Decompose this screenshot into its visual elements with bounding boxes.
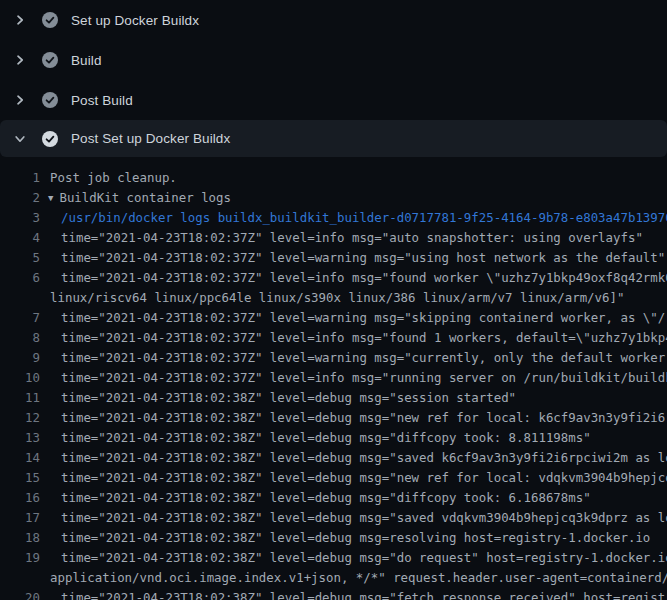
log-text: ▼time="2021-04-23T18:02:38Z" level=debug…: [40, 508, 667, 528]
steps-list: Set up Docker Buildx Build: [0, 0, 667, 157]
line-number[interactable]: 13: [0, 428, 40, 448]
step-section-set-up-docker-buildx[interactable]: Set up Docker Buildx: [0, 0, 667, 40]
log-text: ▼time="2021-04-23T18:02:38Z" level=debug…: [40, 468, 667, 488]
line-number[interactable]: 14: [0, 448, 40, 468]
chevron-down-icon: [14, 134, 26, 144]
line-number[interactable]: 7: [0, 308, 40, 328]
chevron-right-icon: [15, 14, 25, 26]
step-success-icon: [42, 12, 58, 28]
log-text: ▼time="2021-04-23T18:02:37Z" level=warni…: [40, 308, 667, 328]
line-number[interactable]: 10: [0, 368, 40, 388]
log-text: ▼time="2021-04-23T18:02:38Z" level=debug…: [40, 428, 667, 448]
line-number[interactable]: 20: [0, 588, 40, 600]
log-line: 4 ▼time="2021-04-23T18:02:37Z" level=inf…: [0, 228, 667, 248]
log-line: 16 ▼time="2021-04-23T18:02:38Z" level=de…: [0, 488, 667, 508]
line-number[interactable]: 3: [0, 208, 40, 228]
log-line: 5 ▼time="2021-04-23T18:02:37Z" level=war…: [0, 248, 667, 268]
log-text: ▼time="2021-04-23T18:02:37Z" level=info …: [40, 328, 667, 348]
step-success-icon: [42, 131, 58, 147]
log-text: ▼time="2021-04-23T18:02:38Z" level=debug…: [40, 528, 667, 548]
step-section-post-set-up-docker-buildx[interactable]: Post Set up Docker Buildx: [0, 120, 667, 157]
log-line: 18 ▼time="2021-04-23T18:02:38Z" level=de…: [0, 528, 667, 548]
log-text: ▼time="2021-04-23T18:02:37Z" level=info …: [40, 268, 667, 288]
log-line: 13 ▼time="2021-04-23T18:02:38Z" level=de…: [0, 428, 667, 448]
log-line: 9 ▼time="2021-04-23T18:02:37Z" level=war…: [0, 348, 667, 368]
log-text: ▼time="2021-04-23T18:02:38Z" level=debug…: [40, 488, 667, 508]
log-viewer: 1 ▼Post job cleanup. 2 ▼BuildKit contain…: [0, 157, 667, 600]
line-number[interactable]: 9: [0, 348, 40, 368]
step-success-icon: [42, 52, 58, 68]
step-section-title: Set up Docker Buildx: [71, 13, 199, 28]
step-section-build[interactable]: Build: [0, 40, 667, 80]
log-line: ▼linux/riscv64 linux/ppc64le linux/s390x…: [0, 288, 667, 308]
line-number[interactable]: 18: [0, 528, 40, 548]
line-number[interactable]: 2: [0, 188, 40, 208]
line-number[interactable]: 16: [0, 488, 40, 508]
log-text: ▼application/vnd.oci.image.index.v1+json…: [40, 568, 667, 588]
log-text: ▼time="2021-04-23T18:02:37Z" level=warni…: [40, 348, 667, 368]
log-text: ▼Post job cleanup.: [40, 168, 667, 188]
line-number[interactable]: 4: [0, 228, 40, 248]
log-line: 17 ▼time="2021-04-23T18:02:38Z" level=de…: [0, 508, 667, 528]
chevron-icon[interactable]: [12, 134, 28, 144]
log-line: 1 ▼Post job cleanup.: [0, 168, 667, 188]
log-text: ▼linux/riscv64 linux/ppc64le linux/s390x…: [40, 288, 667, 308]
log-line: 15 ▼time="2021-04-23T18:02:38Z" level=de…: [0, 468, 667, 488]
chevron-icon[interactable]: [12, 94, 28, 106]
log-text: ▼time="2021-04-23T18:02:37Z" level=warni…: [40, 248, 667, 268]
log-line: 11 ▼time="2021-04-23T18:02:38Z" level=de…: [0, 388, 667, 408]
log-line: ▼application/vnd.oci.image.index.v1+json…: [0, 568, 667, 588]
log-text[interactable]: ▼BuildKit container logs: [40, 188, 667, 208]
log-line: 10 ▼time="2021-04-23T18:02:37Z" level=in…: [0, 368, 667, 388]
log-text: ▼time="2021-04-23T18:02:38Z" level=debug…: [40, 588, 667, 600]
log-line: 7 ▼time="2021-04-23T18:02:37Z" level=war…: [0, 308, 667, 328]
log-line: 3 ▼/usr/bin/docker logs buildx_buildkit_…: [0, 208, 667, 228]
step-section-title: Post Build: [71, 93, 133, 108]
line-number[interactable]: 6: [0, 268, 40, 288]
collapse-triangle-icon[interactable]: ▼: [48, 193, 53, 203]
line-number[interactable]: [0, 568, 40, 588]
step-section-title: Build: [71, 53, 102, 68]
line-number[interactable]: 5: [0, 248, 40, 268]
step-section-post-build[interactable]: Post Build: [0, 80, 667, 120]
chevron-right-icon: [15, 54, 25, 66]
log-line: 14 ▼time="2021-04-23T18:02:38Z" level=de…: [0, 448, 667, 468]
line-number[interactable]: 1: [0, 168, 40, 188]
log-text: ▼time="2021-04-23T18:02:38Z" level=debug…: [40, 448, 667, 468]
line-number[interactable]: 11: [0, 388, 40, 408]
log-line: 19 ▼time="2021-04-23T18:02:38Z" level=de…: [0, 548, 667, 568]
line-number[interactable]: 17: [0, 508, 40, 528]
log-line: 8 ▼time="2021-04-23T18:02:37Z" level=inf…: [0, 328, 667, 348]
log-line: 20 ▼time="2021-04-23T18:02:38Z" level=de…: [0, 588, 667, 600]
log-text: ▼time="2021-04-23T18:02:38Z" level=debug…: [40, 548, 667, 568]
log-line: 2 ▼BuildKit container logs: [0, 188, 667, 208]
line-number[interactable]: 19: [0, 548, 40, 568]
line-number[interactable]: 8: [0, 328, 40, 348]
step-success-icon: [42, 92, 58, 108]
chevron-right-icon: [15, 94, 25, 106]
step-section-title: Post Set up Docker Buildx: [71, 131, 230, 146]
chevron-icon[interactable]: [12, 54, 28, 66]
log-text: ▼time="2021-04-23T18:02:37Z" level=info …: [40, 228, 667, 248]
line-number[interactable]: [0, 288, 40, 308]
log-line: 12 ▼time="2021-04-23T18:02:38Z" level=de…: [0, 408, 667, 428]
log-text: ▼time="2021-04-23T18:02:38Z" level=debug…: [40, 388, 667, 408]
log-line: 6 ▼time="2021-04-23T18:02:37Z" level=inf…: [0, 268, 667, 288]
chevron-icon[interactable]: [12, 14, 28, 26]
log-text: ▼/usr/bin/docker logs buildx_buildkit_bu…: [40, 208, 667, 228]
log-text: ▼time="2021-04-23T18:02:37Z" level=info …: [40, 368, 667, 388]
line-number[interactable]: 15: [0, 468, 40, 488]
log-text: ▼time="2021-04-23T18:02:38Z" level=debug…: [40, 408, 667, 428]
line-number[interactable]: 12: [0, 408, 40, 428]
